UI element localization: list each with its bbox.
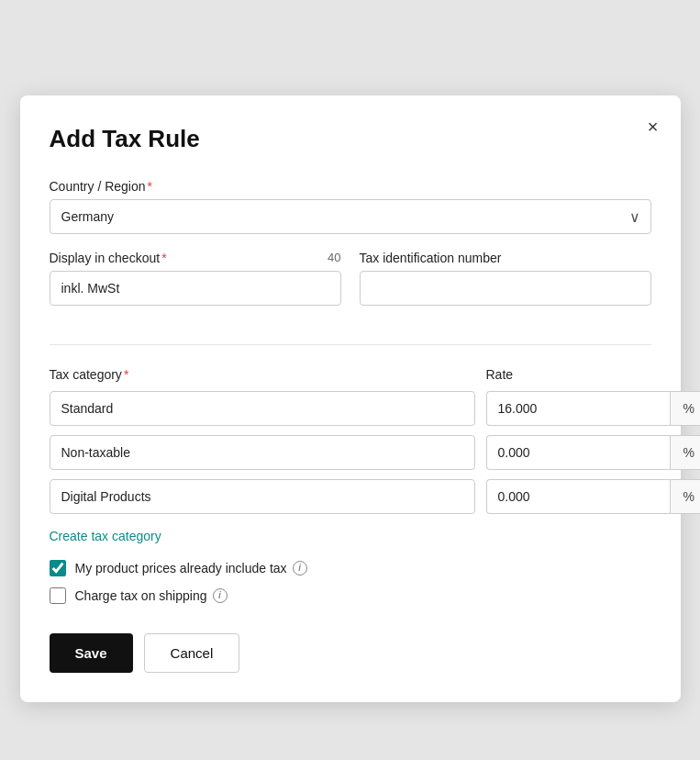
percent-suffix-0: % [670,391,701,426]
country-region-select-wrapper: Germany United States France United King… [50,199,651,234]
close-button[interactable]: × [644,114,662,140]
country-region-group: Country / Region * Germany United States… [50,179,651,234]
display-checkout-input[interactable] [50,271,341,306]
include-tax-checkbox[interactable] [50,560,66,576]
percent-suffix-2: % [670,479,701,514]
display-checkout-label: Display in checkout * 40 [50,251,341,265]
rate-input-wrapper-2: % [486,479,651,514]
rate-input-0[interactable] [486,391,670,426]
rate-input-2[interactable] [486,479,670,514]
charge-tax-shipping-label: Charge tax on shipping i [75,588,228,603]
display-checkout-group: Display in checkout * 40 [50,251,341,306]
country-region-select[interactable]: Germany United States France United King… [50,199,651,234]
tax-row: % [50,435,651,470]
tax-id-input[interactable] [360,271,651,306]
add-tax-rule-modal: × Add Tax Rule Country / Region * German… [20,95,681,702]
modal-backdrop: × Add Tax Rule Country / Region * German… [18,18,682,760]
rate-col-label: Rate [486,367,651,382]
tax-row: % [50,391,651,426]
required-star-category: * [124,367,128,382]
char-count: 40 [328,251,340,264]
modal-footer: Save Cancel [50,633,651,673]
rate-input-wrapper-1: % [486,435,651,470]
checkout-taxid-row: Display in checkout * 40 Tax identificat… [50,251,651,322]
section-divider [50,344,651,345]
rate-input-wrapper-0: % [486,391,651,426]
tax-category-input-2[interactable] [50,479,475,514]
tax-row: % [50,479,651,514]
info-icon-charge-shipping[interactable]: i [213,588,228,603]
tax-category-input-0[interactable] [50,391,475,426]
tax-category-input-1[interactable] [50,435,475,470]
required-star: * [148,179,152,194]
tax-id-label: Tax identification number [360,251,651,265]
tax-id-group: Tax identification number [360,251,651,306]
modal-title: Add Tax Rule [50,125,651,153]
rate-input-1[interactable] [486,435,670,470]
save-button[interactable]: Save [50,633,133,673]
required-star-checkout: * [161,251,166,265]
charge-tax-shipping-checkbox[interactable] [50,587,66,604]
cancel-button[interactable]: Cancel [144,633,240,673]
include-tax-checkbox-row: My product prices already include tax i [50,560,651,576]
tax-category-col-label: Tax category * [50,367,475,382]
tax-category-header: Tax category * Rate [50,367,651,382]
create-tax-category-link[interactable]: Create tax category [50,529,161,543]
charge-tax-shipping-checkbox-row: Charge tax on shipping i [50,587,651,604]
info-icon-include-tax[interactable]: i [293,561,307,576]
include-tax-label: My product prices already include tax i [75,561,307,576]
percent-suffix-1: % [670,435,701,470]
country-region-label: Country / Region * [50,179,651,194]
